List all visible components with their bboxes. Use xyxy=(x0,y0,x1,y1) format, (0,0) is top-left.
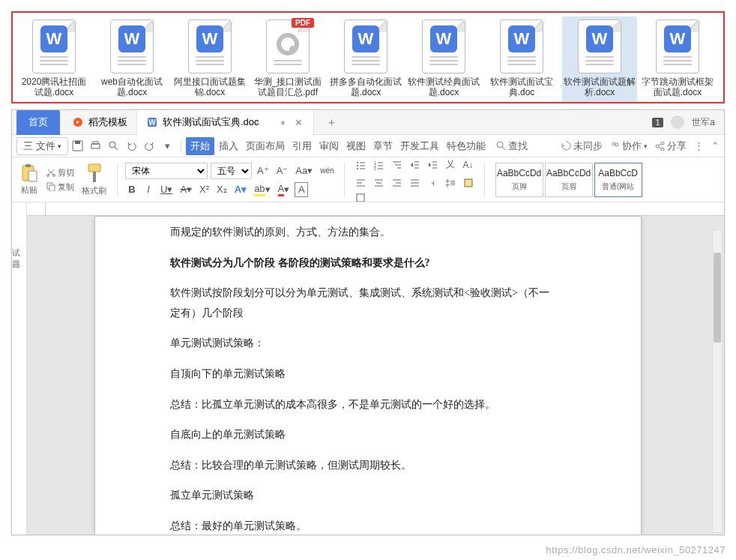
svg-rect-20 xyxy=(28,171,37,181)
style-header[interactable]: AaBbCcDd页眉 xyxy=(545,163,593,197)
file-item[interactable]: W 拼多多自动化面试题.docx xyxy=(328,16,403,102)
pdf-file-icon: PDF xyxy=(266,19,310,73)
grow-font-button[interactable]: A⁺ xyxy=(255,163,271,178)
dropdown-icon[interactable]: ▾ xyxy=(160,139,175,154)
multilevel-list-button[interactable] xyxy=(388,157,405,173)
menu-view[interactable]: 视图 xyxy=(343,137,369,155)
align-right-button[interactable] xyxy=(388,175,405,191)
undo-icon[interactable] xyxy=(124,139,139,154)
svg-point-7 xyxy=(109,142,115,148)
doc-file-icon: W xyxy=(32,19,76,73)
menu-review[interactable]: 审阅 xyxy=(316,137,342,155)
paste-group[interactable]: 粘贴 xyxy=(16,163,42,196)
underline-button[interactable]: U▾ xyxy=(158,182,175,197)
file-name-label: 软件测试面试宝典.doc xyxy=(486,76,558,97)
document-page[interactable]: 而规定的软件测试的原则、方式、方法的集合。 软件测试分为几个阶段 各阶段的测试策… xyxy=(94,216,642,535)
svg-rect-6 xyxy=(93,142,98,144)
borders-button[interactable] xyxy=(352,193,369,203)
left-panel[interactable]: 试题 xyxy=(12,202,27,535)
distribute-button[interactable]: ⫞ xyxy=(424,175,441,191)
italic-button[interactable]: I xyxy=(142,182,155,197)
svg-line-10 xyxy=(502,147,505,150)
change-case-button[interactable]: Aa▾ xyxy=(293,163,315,178)
notification-badge[interactable]: 1 xyxy=(652,118,664,127)
templates-icon xyxy=(72,116,84,128)
cut-button[interactable]: 剪切 xyxy=(46,167,74,178)
more-icon[interactable]: ⋮ xyxy=(694,140,704,151)
char-border-button[interactable]: A xyxy=(295,182,308,197)
numbering-button[interactable]: 123 xyxy=(370,157,387,173)
shading-button[interactable] xyxy=(460,175,477,191)
decrease-indent-button[interactable] xyxy=(406,157,423,173)
scissors-icon xyxy=(46,168,55,177)
file-item[interactable]: W 阿里接口面试题集锦.docx xyxy=(172,16,247,102)
tab-menu-icon[interactable]: ▫ xyxy=(277,116,289,128)
horizontal-ruler[interactable] xyxy=(27,202,724,216)
file-item[interactable]: W web自动化面试题.docx xyxy=(94,16,169,102)
font-size-select[interactable]: 五号 xyxy=(211,163,252,179)
doc-file-icon: W xyxy=(422,19,465,73)
paragraph: 单元测试测试策略： xyxy=(170,334,558,354)
menu-features[interactable]: 特色功能 xyxy=(444,137,489,155)
strike-button[interactable]: A▾ xyxy=(178,182,194,197)
menu-layout[interactable]: 页面布局 xyxy=(243,137,288,155)
asian-layout-button[interactable]: 乂 xyxy=(442,157,459,173)
align-justify-button[interactable] xyxy=(406,175,423,191)
menu-chapter[interactable]: 章节 xyxy=(370,137,396,155)
subscript-button[interactable]: X₂ xyxy=(214,182,229,197)
highlight-button[interactable]: ab▾ xyxy=(252,182,272,197)
tab-document[interactable]: W 软件测试面试宝典.doc ▫ ✕ xyxy=(137,110,314,135)
search-button[interactable]: 查找 xyxy=(496,139,528,153)
file-item[interactable]: W 软件测试面试宝典.doc xyxy=(484,16,559,102)
shrink-font-button[interactable]: A⁻ xyxy=(274,163,291,178)
coop-button[interactable]: 协作▾ xyxy=(610,139,648,153)
doc-tab-icon: W xyxy=(146,116,158,128)
copy-button[interactable]: 复制 xyxy=(46,181,74,193)
file-menu-button[interactable]: 三 文件▾ xyxy=(16,137,68,155)
new-tab-button[interactable]: ＋ xyxy=(320,112,343,133)
font-family-select[interactable]: 宋体 xyxy=(125,163,208,179)
paragraph: 总结：比较合理的单元测试策略，但测试周期较长。 xyxy=(170,456,558,476)
file-item[interactable]: W 字节跳动测试框架面试题.docx xyxy=(640,16,715,102)
style-footer[interactable]: AaBbCcDd页脚 xyxy=(495,163,543,197)
text-effects-button[interactable]: A▾ xyxy=(232,182,249,197)
menu-insert[interactable]: 插入 xyxy=(216,137,241,155)
superscript-button[interactable]: X² xyxy=(197,182,211,197)
collapse-ribbon-icon[interactable]: ⌃ xyxy=(711,140,720,151)
sort-button[interactable]: A↓ xyxy=(460,157,477,173)
wps-window: 首页 稻壳模板 W 软件测试面试宝典.doc ▫ ✕ ＋ 1 世军a 三 文件▾… xyxy=(11,109,725,535)
redo-icon[interactable] xyxy=(142,139,157,154)
align-left-button[interactable] xyxy=(352,175,369,191)
unsync-button[interactable]: 未同步 xyxy=(561,139,603,153)
bullets-button[interactable] xyxy=(352,157,369,173)
paragraph: 自顶向下的单元测试策略 xyxy=(170,364,558,385)
style-normal-web[interactable]: AaBbCcD普通(网站 xyxy=(594,163,642,197)
print-icon[interactable] xyxy=(88,139,103,154)
file-item[interactable]: W 软件测试面试题解析.docx xyxy=(562,16,637,102)
vertical-scrollbar[interactable] xyxy=(712,229,723,533)
phonetic-guide-button[interactable]: wén xyxy=(318,163,336,178)
save-icon[interactable] xyxy=(70,139,85,154)
scrollbar-thumb[interactable] xyxy=(714,253,721,343)
line-spacing-button[interactable]: ‡≡ xyxy=(442,175,459,191)
menu-devtools[interactable]: 开发工具 xyxy=(397,137,442,155)
avatar[interactable] xyxy=(671,115,684,129)
menu-start[interactable]: 开始 xyxy=(186,137,214,155)
file-item[interactable]: W 软件测试经典面试题.docx xyxy=(406,16,481,102)
tab-document-label: 软件测试面试宝典.doc xyxy=(163,115,259,129)
menu-reference[interactable]: 引用 xyxy=(289,137,315,155)
increase-indent-button[interactable] xyxy=(424,157,441,173)
preview-icon[interactable] xyxy=(106,139,121,154)
heading: 软件测试分为几个阶段 各阶段的测试策略和要求是什么? xyxy=(170,253,558,274)
bold-button[interactable]: B xyxy=(125,182,139,197)
tab-home[interactable]: 首页 xyxy=(16,110,60,135)
format-painter-button[interactable]: 格式刷 xyxy=(79,163,109,196)
font-color-button[interactable]: A▾ xyxy=(276,182,292,197)
share-button[interactable]: 分享 xyxy=(655,139,687,153)
file-item[interactable]: W 2020腾讯社招面试题.docx xyxy=(16,16,91,102)
paragraph: 总结：最好的单元测试策略。 xyxy=(170,517,558,535)
file-item[interactable]: PDF 华测_接口测试面试题目汇总.pdf xyxy=(250,16,325,102)
align-center-button[interactable] xyxy=(370,175,387,191)
tab-templates[interactable]: 稻壳模板 xyxy=(63,110,137,135)
tab-close-button[interactable]: ✕ xyxy=(294,117,304,128)
